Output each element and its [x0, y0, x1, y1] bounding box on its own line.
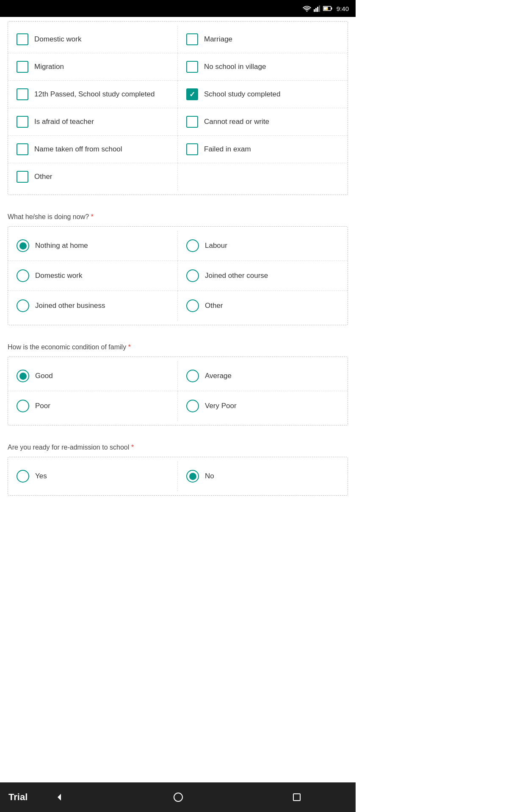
svg-rect-2 — [317, 7, 318, 12]
checkbox-no-school[interactable] — [186, 61, 198, 73]
radio-item-nothing-home[interactable]: Nothing at home — [8, 231, 178, 261]
radio-item-other[interactable]: Other — [178, 291, 348, 321]
radio-label-nothing-home: Nothing at home — [35, 241, 88, 250]
doing-now-question: What he/she is doing now? — [8, 213, 89, 220]
checkbox-item-no-school[interactable]: No school in village — [178, 53, 348, 81]
radio-yes[interactable] — [17, 470, 29, 483]
radio-item-poor[interactable]: Poor — [8, 391, 178, 421]
checkbox-cannot-read[interactable] — [186, 116, 198, 128]
radio-label-labour: Labour — [205, 241, 227, 250]
back-button[interactable] — [54, 792, 64, 802]
radio-item-domestic-work[interactable]: Domestic work — [8, 261, 178, 291]
checkbox-migration[interactable] — [17, 61, 28, 73]
checkbox-failed-exam[interactable] — [186, 143, 198, 155]
checkbox-item-domestic-work-top[interactable]: Domestic work — [8, 26, 178, 53]
doing-now-options: Nothing at home Labour Domestic work Joi… — [8, 226, 348, 325]
radio-joined-business[interactable] — [17, 299, 29, 312]
svg-rect-1 — [315, 8, 317, 12]
checkbox-name-taken-off[interactable] — [17, 143, 28, 155]
checkbox-school-completed[interactable] — [186, 88, 198, 100]
radio-label-poor: Poor — [35, 402, 50, 410]
radio-labour[interactable] — [186, 239, 199, 252]
readmission-question: Are you ready for re-admission to school — [8, 444, 129, 451]
checkbox-label-cannot-read: Cannot read or write — [204, 117, 269, 126]
checkbox-section: Domestic work Marriage Migration No scho… — [8, 21, 348, 195]
svg-marker-8 — [58, 794, 61, 801]
economic-options: Good Average Poor Very Poor — [8, 357, 348, 425]
checkbox-item-cannot-read[interactable]: Cannot read or write — [178, 108, 348, 136]
radio-item-very-poor[interactable]: Very Poor — [178, 391, 348, 421]
checkbox-item-marriage[interactable]: Marriage — [178, 26, 348, 53]
radio-label-joined-course: Joined other course — [205, 272, 268, 280]
radio-item-yes[interactable]: Yes — [8, 461, 178, 491]
svg-text:⚡: ⚡ — [325, 7, 329, 11]
bottom-navigation: Trial — [0, 782, 356, 812]
checkbox-item-12th-passed[interactable]: 12th Passed, School study completed — [8, 81, 178, 108]
radio-nothing-home[interactable] — [17, 239, 29, 252]
svg-rect-0 — [314, 9, 315, 12]
radio-item-joined-business[interactable]: Joined other business — [8, 291, 178, 321]
checkbox-item-name-taken-off[interactable]: Name taken off from school — [8, 136, 178, 163]
checkbox-afraid-teacher[interactable] — [17, 116, 28, 128]
checkbox-item-migration[interactable]: Migration — [8, 53, 178, 81]
economic-label: How is the economic condition of family … — [0, 335, 356, 355]
radio-label-joined-business: Joined other business — [35, 302, 105, 310]
checkbox-label-failed-exam: Failed in exam — [204, 145, 251, 154]
checkbox-label-other: Other — [34, 172, 52, 181]
checkbox-item-failed-exam[interactable]: Failed in exam — [178, 136, 348, 163]
checkbox-item-other[interactable]: Other — [8, 163, 178, 190]
radio-label-other: Other — [205, 302, 223, 310]
doing-now-section: What he/she is doing now? * Nothing at h… — [0, 205, 356, 325]
readmission-label: Are you ready for re-admission to school… — [0, 436, 356, 455]
checkbox-label-no-school: No school in village — [204, 62, 266, 71]
checkbox-item-empty — [178, 163, 348, 190]
readmission-radio-grid: Yes No — [8, 461, 348, 491]
readmission-options: Yes No — [8, 457, 348, 496]
radio-item-average[interactable]: Average — [178, 361, 348, 391]
radio-good[interactable] — [17, 370, 29, 382]
checkbox-domestic-work-top[interactable] — [17, 33, 28, 45]
checkbox-item-afraid-teacher[interactable]: Is afraid of teacher — [8, 108, 178, 136]
economic-required: * — [128, 343, 131, 351]
time-display: 9:40 — [337, 5, 349, 12]
radio-average[interactable] — [186, 370, 199, 382]
doing-now-required: * — [91, 213, 94, 221]
radio-very-poor[interactable] — [186, 400, 199, 412]
radio-label-average: Average — [205, 372, 232, 380]
radio-item-labour[interactable]: Labour — [178, 231, 348, 261]
radio-poor[interactable] — [17, 400, 29, 412]
wifi-icon — [303, 5, 311, 12]
radio-item-good[interactable]: Good — [8, 361, 178, 391]
recents-button[interactable] — [292, 793, 301, 802]
battery-icon: ⚡ — [323, 5, 332, 11]
checkbox-item-school-completed[interactable]: School study completed — [178, 81, 348, 108]
radio-domestic-work[interactable] — [17, 269, 29, 282]
economic-section: How is the economic condition of family … — [0, 335, 356, 425]
economic-question: How is the economic condition of family — [8, 343, 126, 351]
checkbox-label-school-completed: School study completed — [204, 90, 281, 99]
radio-label-very-poor: Very Poor — [205, 402, 237, 410]
home-button[interactable] — [173, 792, 183, 802]
radio-joined-course[interactable] — [186, 269, 199, 282]
checkbox-other[interactable] — [17, 171, 28, 183]
radio-label-domestic-work: Domestic work — [35, 272, 82, 280]
radio-label-no: No — [205, 472, 214, 480]
radio-item-no[interactable]: No — [178, 461, 348, 491]
economic-radio-grid: Good Average Poor Very Poor — [8, 361, 348, 421]
bottom-spacer — [0, 496, 356, 538]
status-icons: ⚡ 9:40 — [303, 5, 349, 12]
checkbox-label-12th-passed: 12th Passed, School study completed — [34, 90, 155, 99]
checkbox-label-domestic-work-top: Domestic work — [34, 35, 81, 44]
checkbox-12th-passed[interactable] — [17, 88, 28, 100]
doing-now-radio-grid: Nothing at home Labour Domestic work Joi… — [8, 231, 348, 321]
checkbox-label-marriage: Marriage — [204, 35, 232, 44]
radio-item-joined-course[interactable]: Joined other course — [178, 261, 348, 291]
readmission-section: Are you ready for re-admission to school… — [0, 436, 356, 496]
radio-label-yes: Yes — [35, 472, 47, 480]
checkbox-marriage[interactable] — [186, 33, 198, 45]
radio-no[interactable] — [186, 470, 199, 483]
radio-other[interactable] — [186, 299, 199, 312]
checkbox-label-migration: Migration — [34, 62, 64, 71]
gap-3 — [0, 425, 356, 436]
svg-point-9 — [174, 793, 182, 801]
